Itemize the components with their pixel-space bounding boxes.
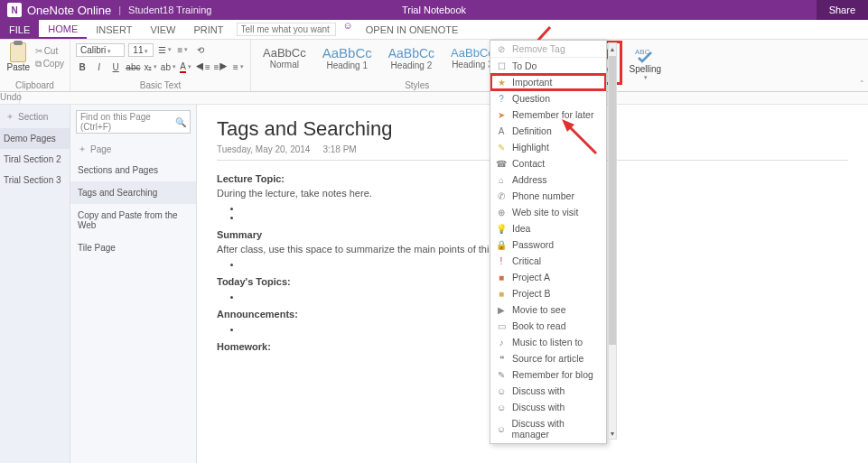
outdent-button[interactable]: ⯇≡ [196, 60, 210, 74]
copy-button[interactable]: ⧉Copy [35, 59, 64, 69]
user-name: Student18 Training [128, 5, 211, 15]
indent-button[interactable]: ≡⯈ [214, 60, 229, 74]
copy-icon: ⧉ [35, 59, 42, 69]
chevron-down-icon: ▾ [145, 48, 148, 54]
section-item[interactable]: Trial Section 3 [0, 170, 70, 190]
tag-item-icon: ★ [496, 77, 507, 88]
tag-dropdown-menu: ⊘ Remove Tag ☐To Do★Important?Question➤R… [490, 40, 607, 444]
tag-item-icon: ⊕ [496, 207, 507, 218]
tag-item-source-for-article[interactable]: ❝Source for article [490, 350, 606, 366]
tag-item-critical[interactable]: !Critical [490, 253, 606, 269]
tag-item-icon: ☺ [496, 423, 507, 434]
tag-item-icon: ♪ [496, 337, 507, 347]
tag-item-definition[interactable]: ADefinition [490, 123, 606, 139]
cut-button[interactable]: ✂Cut [35, 46, 64, 56]
page-item[interactable]: Sections and Pages [70, 159, 196, 181]
undo-strip: Undo [0, 92, 868, 105]
tag-item-book-to-read[interactable]: ▭Book to read [490, 318, 606, 334]
scrollbar[interactable]: ▲ ▼ [608, 42, 617, 440]
section-item[interactable]: Tiral Section 2 [0, 149, 70, 170]
tag-item-music-to-listen-to[interactable]: ♪Music to listen to [490, 334, 606, 350]
spelling-button[interactable]: ABC Spelling ▾ [624, 42, 667, 83]
tag-item-remember-for-later[interactable]: ➤Remember for later [490, 106, 606, 123]
tag-item-icon: 🔒 [496, 239, 507, 250]
tag-item-discuss-with-manager[interactable]: ☺Discuss with manager [490, 415, 606, 442]
tag-item-idea[interactable]: 💡Idea [490, 220, 606, 236]
tag-item-web-site-to-visit[interactable]: ⊕Web site to visit [490, 204, 606, 220]
tag-item-important[interactable]: ★Important [490, 74, 606, 90]
open-in-onenote-button[interactable]: OPEN IN ONENOTE [366, 20, 459, 39]
tab-insert[interactable]: INSERT [87, 20, 141, 39]
subscript-button[interactable]: x₂▾ [144, 60, 157, 74]
tag-item-icon: ☺ [496, 402, 507, 412]
tag-item-address[interactable]: ⌂Address [490, 171, 606, 188]
tag-item-movie-to-see[interactable]: ▶Movie to see [490, 301, 606, 318]
section-item[interactable]: Demo Pages [0, 128, 70, 149]
page-item[interactable]: Tile Page [70, 236, 196, 259]
titlebar: N OneNote Online | Student18 Training Tr… [0, 0, 868, 20]
undo-label: Undo [0, 92, 20, 104]
tag-item-discuss-with-person-a-[interactable]: ☺Discuss with [490, 383, 606, 399]
tab-print[interactable]: PRINT [185, 20, 233, 39]
clear-format-button[interactable]: ⟲ [193, 42, 208, 57]
plus-icon[interactable]: ＋ [78, 143, 87, 155]
font-size-select[interactable]: 11▾ [128, 43, 154, 57]
page-time: 3:18 PM [322, 144, 356, 154]
remove-tag-item[interactable]: ⊘ Remove Tag [490, 41, 606, 58]
scroll-thumb[interactable] [609, 56, 616, 345]
remove-tag-icon: ⊘ [496, 43, 507, 54]
underline-button[interactable]: U [109, 60, 122, 74]
share-button[interactable]: Share [817, 0, 868, 20]
tab-view[interactable]: VIEW [141, 20, 184, 39]
tag-item-icon: ▶ [496, 304, 507, 315]
tab-file[interactable]: FILE [0, 20, 39, 39]
tag-item-icon: ✎ [496, 369, 507, 380]
tag-item-password[interactable]: 🔒Password [490, 236, 606, 253]
tag-item-to-do[interactable]: ☐To Do [490, 58, 606, 74]
tag-item-icon: ▭ [496, 320, 507, 331]
feedback-icon[interactable]: ☺ [343, 20, 353, 39]
section-header: Section [18, 112, 48, 122]
tell-me-input[interactable] [237, 23, 336, 36]
align-button[interactable]: ≡▾ [232, 60, 245, 74]
tag-item-highlight[interactable]: ✎Highlight [490, 139, 606, 155]
app-name: OneNote Online [27, 4, 111, 17]
scroll-down-icon[interactable]: ▼ [609, 429, 616, 438]
highlight-button[interactable]: ab▾ [161, 60, 175, 74]
italic-button[interactable]: I [92, 60, 105, 74]
tag-item-icon: ■ [496, 272, 507, 282]
tab-home[interactable]: HOME [39, 20, 87, 39]
page-item[interactable]: Tags and Searching [70, 181, 196, 204]
plus-icon[interactable]: ＋ [5, 110, 14, 123]
tag-item-phone-number[interactable]: ✆Phone number [490, 188, 606, 204]
page-item[interactable]: Copy and Paste from the Web [70, 204, 196, 236]
paste-button[interactable]: Paste [5, 42, 32, 72]
bold-button[interactable]: B [76, 60, 89, 74]
strikethrough-button[interactable]: abc [126, 60, 140, 74]
find-on-page-input[interactable]: Find on this Page (Ctrl+F) 🔍 [76, 110, 191, 134]
main-area: ＋Section Demo PagesTiral Section 2Trial … [0, 105, 868, 463]
style-normal[interactable]: AaBbCcNormal [257, 43, 313, 72]
font-color-button[interactable]: A▾ [179, 60, 191, 74]
tag-item-icon: ❝ [496, 353, 507, 364]
pages-header: Page [90, 144, 111, 154]
collapse-ribbon-icon[interactable]: ˄ [860, 79, 864, 88]
numbering-button[interactable]: ≡▾ [175, 42, 190, 57]
font-name-select[interactable]: Calibri▾ [76, 43, 125, 57]
tell-me-search[interactable] [237, 20, 336, 39]
tag-item-send-in-email[interactable]: ✉Send in email [490, 442, 606, 443]
tag-item-contact[interactable]: ☎Contact [490, 155, 606, 171]
tag-item-question[interactable]: ?Question [490, 90, 606, 106]
scroll-up-icon[interactable]: ▲ [609, 44, 616, 53]
basictext-group-label: Basic Text [76, 80, 245, 90]
tag-item-discuss-with-person-b-[interactable]: ☺Discuss with [490, 399, 606, 415]
tag-item-project-a[interactable]: ■Project A [490, 269, 606, 285]
tag-item-icon: ☐ [496, 60, 507, 71]
tag-item-icon: ✆ [496, 190, 507, 201]
style-heading-2[interactable]: AaBbCcHeading 2 [382, 43, 441, 73]
bullets-button[interactable]: ☰▾ [157, 42, 172, 57]
tag-item-project-b[interactable]: ■Project B [490, 285, 606, 301]
section-panel: ＋Section Demo PagesTiral Section 2Trial … [0, 105, 70, 463]
tag-item-remember-for-blog[interactable]: ✎Remember for blog [490, 366, 606, 383]
style-heading-1[interactable]: AaBbCcHeading 1 [316, 42, 378, 73]
